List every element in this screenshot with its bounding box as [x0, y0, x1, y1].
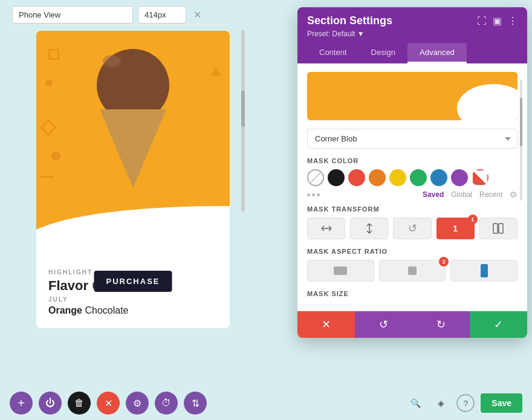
flavor-title-bold: Flavor: [48, 278, 88, 293]
cone: [100, 109, 166, 188]
aspect-wide[interactable]: [307, 260, 374, 282]
panel-preset[interactable]: Preset: Default ▼: [307, 30, 517, 38]
color-dot-1: [307, 193, 310, 196]
color-tab-global[interactable]: Global: [451, 190, 472, 199]
svg-rect-1: [499, 224, 503, 233]
mask-transform-label: Mask Transform: [307, 205, 517, 213]
phone-card: HIGHLIGHT Flavor Of the Month. JULY Oran…: [36, 31, 230, 328]
transform-flip-v[interactable]: [350, 218, 388, 239]
flavor-name: Orange Chocolate: [48, 305, 218, 316]
color-swatch-black[interactable]: [328, 169, 345, 186]
color-tab-recent[interactable]: Recent: [479, 190, 502, 199]
mask-aspect-label: Mask Aspect Ratio: [307, 248, 517, 255]
save-button[interactable]: Save: [481, 393, 522, 413]
transform-rotate-1[interactable]: 1 1: [436, 218, 475, 239]
transform-flip-h[interactable]: [307, 218, 345, 239]
mask-size-label: Mask Size: [307, 290, 517, 297]
color-swatch-yellow[interactable]: [389, 169, 406, 186]
color-swatch-green[interactable]: [410, 169, 427, 186]
help-icon-btn[interactable]: ?: [456, 394, 475, 412]
card-image: [36, 31, 230, 260]
color-dot-3: [317, 193, 320, 196]
action-confirm-button[interactable]: ✓: [470, 311, 527, 338]
deco-dot-3: [51, 152, 60, 161]
aspect-square-rect: [408, 267, 417, 275]
ice-cream: [79, 43, 187, 188]
deco-circle-2: [45, 79, 53, 86]
aspect-wide-rect: [334, 267, 347, 275]
action-redo-button[interactable]: ↻: [412, 311, 470, 338]
top-bar: Phone View Tablet View Desktop View 414p…: [12, 6, 290, 24]
action-undo-button[interactable]: ↺: [355, 311, 412, 338]
power-button[interactable]: ⏻: [39, 392, 62, 415]
purchase-button[interactable]: PURCHASE: [94, 271, 172, 292]
flavor-name-bold: Orange: [48, 305, 82, 315]
color-settings-icon[interactable]: ⚙: [510, 190, 517, 199]
trash-button[interactable]: 🗑: [68, 392, 91, 415]
panel-header-icons: ⛶ ▣ ⋮: [477, 15, 517, 27]
color-dots: [307, 193, 320, 196]
transform-rotate-ccw[interactable]: ↺: [393, 218, 431, 239]
tab-design[interactable]: Design: [359, 43, 407, 63]
dropdown-row: Corner Blob Center Blob Edge Blob: [307, 129, 517, 149]
color-swatches-row: [307, 169, 517, 186]
close-button[interactable]: ✕: [97, 392, 120, 415]
aspect-square[interactable]: 2: [379, 260, 446, 282]
view-select[interactable]: Phone View Tablet View Desktop View: [12, 6, 133, 24]
deco-circle-1: [48, 49, 59, 60]
add-button[interactable]: +: [10, 392, 33, 415]
svg-rect-0: [493, 224, 498, 233]
bottom-left-tools: + ⏻ 🗑 ✕ ⚙ ⏱ ⇅: [10, 392, 207, 415]
deco-line-1: [39, 176, 54, 178]
tab-advanced[interactable]: Advanced: [407, 43, 467, 63]
color-swatch-purple[interactable]: [451, 169, 468, 186]
settings-panel: Section Settings ⛶ ▣ ⋮ Preset: Default ▼…: [297, 7, 527, 338]
aspect-badge-2: 2: [439, 257, 449, 267]
color-dot-2: [312, 193, 315, 196]
corner-blob-select[interactable]: Corner Blob Center Blob Edge Blob: [307, 129, 517, 149]
more-icon[interactable]: ⋮: [508, 15, 517, 27]
bottom-toolbar: + ⏻ 🗑 ✕ ⚙ ⏱ ⇅ 🔍 ◈ ? Save: [0, 386, 532, 420]
deco-triangle: [211, 67, 221, 76]
panel-title-row: Section Settings ⛶ ▣ ⋮: [307, 15, 517, 27]
color-extra-row: Saved Global Recent ⚙: [307, 190, 517, 199]
transform-row: ↺ 1 1: [307, 218, 517, 239]
fullscreen-icon[interactable]: ⛶: [477, 16, 487, 27]
month-label: JULY: [48, 296, 218, 303]
mask-color-label: Mask Color: [307, 157, 517, 164]
panel-actions: ✕ ↺ ↻ ✓: [297, 311, 527, 338]
panel-tabs: Content Design Advanced: [307, 43, 517, 63]
transform-mirror[interactable]: [479, 218, 517, 239]
color-swatch-gradient[interactable]: [472, 169, 488, 186]
aspect-tall[interactable]: [450, 260, 517, 282]
stack-icon-btn[interactable]: ◈: [431, 393, 450, 413]
close-preview-button[interactable]: ✕: [191, 7, 204, 23]
preview-scrollbar[interactable]: [241, 30, 245, 212]
flavor-name-rest: Chocolate: [82, 305, 129, 315]
search-icon-btn[interactable]: 🔍: [406, 393, 425, 413]
panel-scrollbar-thumb[interactable]: [520, 98, 522, 146]
settings-button[interactable]: ⚙: [126, 392, 149, 415]
action-cancel-button[interactable]: ✕: [297, 311, 355, 338]
panel-body: Corner Blob Center Blob Edge Blob Mask C…: [297, 63, 527, 311]
px-input[interactable]: 414px: [138, 6, 186, 24]
aspect-row: 2: [307, 260, 517, 282]
color-swatch-orange[interactable]: [369, 169, 386, 186]
panel-header: Section Settings ⛶ ▣ ⋮ Preset: Default ▼…: [297, 7, 527, 63]
transform-badge-1: 1: [468, 215, 478, 224]
panel-title: Section Settings: [307, 15, 392, 27]
columns-icon[interactable]: ▣: [493, 15, 502, 27]
color-swatch-red[interactable]: [348, 169, 365, 186]
color-tab-saved[interactable]: Saved: [423, 190, 444, 199]
tab-content[interactable]: Content: [307, 43, 359, 63]
aspect-tall-rect: [481, 264, 488, 277]
layers-button[interactable]: ⇅: [184, 392, 207, 415]
history-button[interactable]: ⏱: [155, 392, 178, 415]
preview-scrollbar-thumb[interactable]: [241, 91, 245, 127]
color-swatch-blue[interactable]: [430, 169, 447, 186]
panel-image-preview: [307, 72, 517, 120]
bottom-right-tools: 🔍 ◈ ? Save: [406, 393, 522, 413]
color-tabs: Saved Global Recent ⚙: [423, 190, 517, 199]
panel-scrollbar[interactable]: [520, 80, 522, 201]
color-swatch-transparent[interactable]: [307, 169, 324, 186]
